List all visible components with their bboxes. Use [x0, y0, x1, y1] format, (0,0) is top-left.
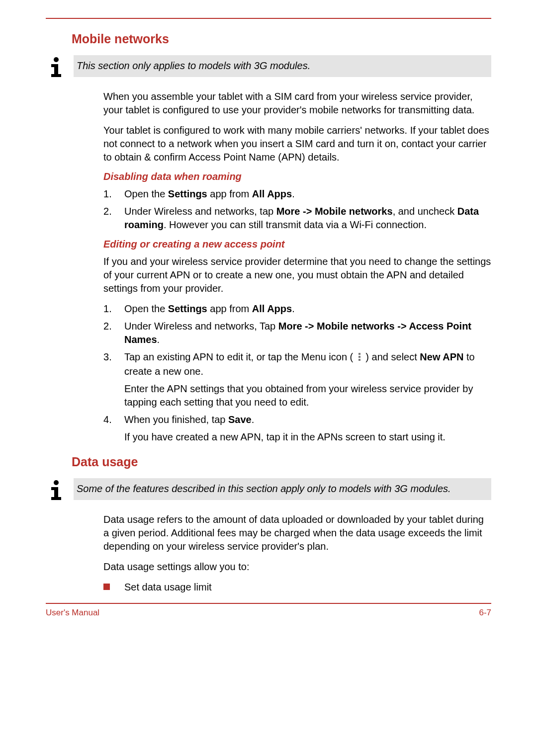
- steps-list: Open the Settings app from All Apps. Und…: [103, 187, 491, 232]
- paragraph: If you and your wireless service provide…: [103, 255, 491, 295]
- note-text: This section only applies to models with…: [74, 55, 491, 77]
- svg-point-0: [54, 57, 59, 62]
- paragraph: Data usage settings allow you to:: [103, 560, 491, 574]
- svg-rect-9: [54, 487, 58, 498]
- svg-rect-6: [358, 359, 360, 361]
- svg-point-7: [54, 480, 59, 485]
- paragraph: Your tablet is configured to work with m…: [103, 124, 491, 164]
- list-item-paragraph: If you have created a new APN, tap it in…: [124, 430, 491, 444]
- list-item: Open the Settings app from All Apps.: [103, 187, 491, 201]
- page-footer: User's Manual 6-7: [46, 604, 491, 618]
- heading-mobile-networks: Mobile networks: [72, 32, 491, 46]
- list-item: Under Wireless and networks, Tap More ->…: [103, 320, 491, 346]
- paragraph: When you assemble your tablet with a SIM…: [103, 90, 491, 117]
- steps-list: Open the Settings app from All Apps. Und…: [103, 302, 491, 444]
- note-data-usage: Some of the features described in this s…: [46, 478, 491, 500]
- list-item: Open the Settings app from All Apps.: [103, 302, 491, 316]
- list-item: Set data usage limit: [103, 581, 491, 594]
- note-text: Some of the features described in this s…: [74, 478, 491, 500]
- list-item: Under Wireless and networks, tap More ->…: [103, 205, 491, 232]
- footer-right: 6-7: [479, 608, 491, 618]
- bullet-list: Set data usage limit: [103, 581, 491, 594]
- note-mobile-networks: This section only applies to models with…: [46, 55, 491, 77]
- info-icon: [46, 478, 67, 500]
- list-item: When you finished, tap Save. If you have…: [103, 413, 491, 444]
- menu-dots-icon: [357, 351, 362, 365]
- info-icon: [46, 55, 67, 77]
- svg-rect-3: [51, 74, 61, 77]
- svg-rect-5: [358, 356, 360, 358]
- paragraph: Data usage refers to the amount of data …: [103, 513, 491, 553]
- svg-rect-4: [358, 353, 360, 355]
- list-item-paragraph: Enter the APN settings that you obtained…: [124, 382, 491, 409]
- heading-data-usage: Data usage: [72, 455, 491, 469]
- footer-left: User's Manual: [46, 608, 99, 618]
- heading-disabling-data-roaming: Disabling data when roaming: [103, 171, 491, 182]
- svg-rect-2: [54, 64, 58, 75]
- svg-rect-10: [51, 497, 61, 500]
- list-item: Tap an existing APN to edit it, or tap t…: [103, 350, 491, 409]
- heading-editing-apn: Editing or creating a new access point: [103, 239, 491, 250]
